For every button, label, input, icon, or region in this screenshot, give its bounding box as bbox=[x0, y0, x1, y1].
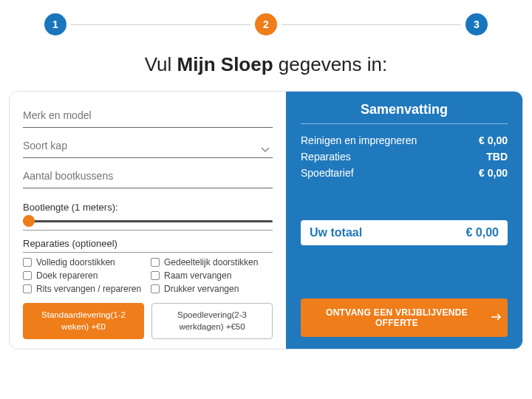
title-prefix: Vul bbox=[145, 53, 177, 75]
checkbox-icon[interactable] bbox=[23, 271, 32, 280]
brand-field-wrap bbox=[23, 105, 273, 128]
step-3[interactable]: 3 bbox=[466, 13, 488, 35]
summary-title: Samenvatting bbox=[301, 102, 508, 124]
repair-option[interactable]: Doek repareren bbox=[23, 270, 145, 281]
checkbox-icon[interactable] bbox=[151, 258, 160, 267]
request-quote-button[interactable]: ONTVANG EEN VRIJBLIJVENDE OFFERTE bbox=[301, 299, 508, 337]
step-divider bbox=[71, 24, 250, 25]
summary-row-label: Spoedtarief bbox=[301, 167, 354, 179]
repair-label: Raam vervangen bbox=[164, 270, 231, 281]
summary-row: Reinigen en impregneren € 0,00 bbox=[301, 134, 508, 146]
progress-stepper: 1 2 3 bbox=[0, 0, 532, 43]
delivery-options: Standaardlevering(1-2 weken) +€0 Spoedle… bbox=[23, 303, 273, 339]
total-box: Uw totaal € 0,00 bbox=[301, 220, 508, 245]
checkbox-icon[interactable] bbox=[151, 284, 160, 293]
summary-row-label: Reinigen en impregneren bbox=[301, 134, 417, 146]
summary-row: Reparaties TBD bbox=[301, 151, 508, 163]
summary-panel: Samenvatting Reinigen en impregneren € 0… bbox=[286, 92, 522, 349]
arrow-right-icon bbox=[491, 313, 502, 323]
total-value: € 0,00 bbox=[466, 226, 499, 239]
checkbox-icon[interactable] bbox=[23, 284, 32, 293]
repair-label: Drukker vervangen bbox=[164, 284, 239, 294]
cushions-input[interactable] bbox=[23, 166, 273, 188]
slider-thumb[interactable] bbox=[23, 215, 35, 227]
repair-label: Doek repareren bbox=[36, 270, 98, 281]
slider-track bbox=[23, 220, 273, 222]
repair-option[interactable]: Rits vervangen / repareren bbox=[23, 284, 145, 294]
page-title: Vul Mijn Sloep gegevens in: bbox=[0, 53, 532, 76]
repair-option[interactable]: Raam vervangen bbox=[151, 270, 273, 281]
form-panel: Soort kap Bootlengte (1 meters): Reparat… bbox=[10, 92, 286, 349]
repair-label: Rits vervangen / repareren bbox=[36, 284, 141, 294]
repair-label: Volledig doorstikken bbox=[36, 257, 115, 267]
boat-length-slider[interactable] bbox=[23, 216, 273, 231]
checkbox-icon[interactable] bbox=[151, 271, 160, 280]
repairs-title: Reparaties (optioneel) bbox=[23, 238, 273, 253]
step-divider bbox=[282, 24, 461, 25]
summary-row: Spoedtarief € 0,00 bbox=[301, 167, 508, 179]
brand-input[interactable] bbox=[23, 105, 273, 128]
repair-option[interactable]: Gedeeltelijk doorstikken bbox=[151, 257, 273, 267]
repair-option[interactable]: Volledig doorstikken bbox=[23, 257, 145, 267]
summary-row-label: Reparaties bbox=[301, 151, 351, 163]
repairs-grid: Volledig doorstikken Gedeeltelijk doorst… bbox=[23, 257, 273, 294]
delivery-rush-button[interactable]: Spoedlevering(2-3 werkdagen) +€50 bbox=[151, 303, 273, 339]
total-label: Uw totaal bbox=[310, 226, 362, 239]
summary-rows: Reinigen en impregneren € 0,00 Reparatie… bbox=[301, 134, 508, 183]
checkbox-icon[interactable] bbox=[23, 258, 32, 267]
hood-field-wrap: Soort kap bbox=[23, 135, 273, 158]
boat-length-label: Bootlengte (1 meters): bbox=[23, 202, 273, 213]
step-1[interactable]: 1 bbox=[44, 13, 66, 35]
delivery-standard-button[interactable]: Standaardlevering(1-2 weken) +€0 bbox=[23, 303, 144, 339]
summary-row-value: € 0,00 bbox=[479, 167, 508, 179]
cushions-field-wrap bbox=[23, 166, 273, 188]
repair-label: Gedeeltelijk doorstikken bbox=[164, 257, 258, 267]
repair-option[interactable]: Drukker vervangen bbox=[151, 284, 273, 294]
title-suffix: gegevens in: bbox=[273, 53, 388, 75]
summary-row-value: € 0,00 bbox=[479, 134, 508, 146]
title-bold: Mijn Sloep bbox=[177, 53, 273, 75]
cta-label: ONTVANG EEN VRIJBLIJVENDE OFFERTE bbox=[307, 307, 487, 328]
summary-row-value: TBD bbox=[486, 151, 508, 163]
form-card: Soort kap Bootlengte (1 meters): Reparat… bbox=[9, 91, 523, 349]
hood-select[interactable]: Soort kap bbox=[23, 135, 273, 158]
step-2-active[interactable]: 2 bbox=[255, 13, 277, 35]
